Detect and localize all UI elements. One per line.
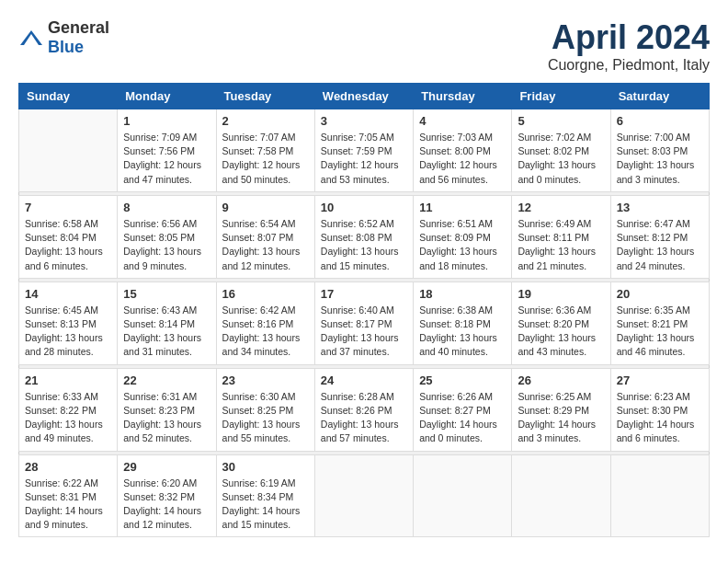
day-content: Sunrise: 6:36 AM Sunset: 8:20 PM Dayligh… bbox=[518, 304, 604, 360]
day-content: Sunrise: 6:43 AM Sunset: 8:14 PM Dayligh… bbox=[123, 304, 210, 360]
day-number: 13 bbox=[617, 201, 703, 214]
day-content: Sunrise: 6:22 AM Sunset: 8:31 PM Dayligh… bbox=[25, 477, 111, 533]
day-cell: 27Sunrise: 6:23 AM Sunset: 8:30 PM Dayli… bbox=[610, 368, 709, 451]
day-cell: 4Sunrise: 7:03 AM Sunset: 8:00 PM Daylig… bbox=[414, 109, 512, 192]
day-content: Sunrise: 7:02 AM Sunset: 8:02 PM Dayligh… bbox=[518, 131, 604, 187]
day-content: Sunrise: 6:40 AM Sunset: 8:17 PM Dayligh… bbox=[321, 304, 407, 360]
day-content: Sunrise: 7:05 AM Sunset: 7:59 PM Dayligh… bbox=[321, 131, 407, 187]
day-cell: 10Sunrise: 6:52 AM Sunset: 8:08 PM Dayli… bbox=[314, 195, 413, 278]
col-header-wednesday: Wednesday bbox=[314, 84, 413, 109]
week-row-4: 21Sunrise: 6:33 AM Sunset: 8:22 PM Dayli… bbox=[19, 368, 710, 451]
day-number: 3 bbox=[321, 114, 407, 128]
day-content: Sunrise: 6:54 AM Sunset: 8:07 PM Dayligh… bbox=[222, 217, 309, 273]
day-cell: 1Sunrise: 7:09 AM Sunset: 7:56 PM Daylig… bbox=[118, 109, 216, 192]
day-cell: 15Sunrise: 6:43 AM Sunset: 8:14 PM Dayli… bbox=[118, 282, 216, 364]
day-cell: 5Sunrise: 7:02 AM Sunset: 8:02 PM Daylig… bbox=[512, 109, 610, 192]
week-row-5: 28Sunrise: 6:22 AM Sunset: 8:31 PM Dayli… bbox=[19, 454, 710, 537]
day-content: Sunrise: 6:23 AM Sunset: 8:30 PM Dayligh… bbox=[617, 390, 703, 446]
day-content: Sunrise: 6:35 AM Sunset: 8:21 PM Dayligh… bbox=[617, 304, 703, 360]
day-content: Sunrise: 6:30 AM Sunset: 8:25 PM Dayligh… bbox=[222, 390, 309, 446]
week-row-2: 7Sunrise: 6:58 AM Sunset: 8:04 PM Daylig… bbox=[19, 195, 710, 278]
day-content: Sunrise: 7:00 AM Sunset: 8:03 PM Dayligh… bbox=[617, 131, 703, 187]
day-cell: 3Sunrise: 7:05 AM Sunset: 7:59 PM Daylig… bbox=[314, 109, 413, 192]
day-cell: 19Sunrise: 6:36 AM Sunset: 8:20 PM Dayli… bbox=[512, 282, 610, 364]
logo-blue: Blue bbox=[48, 38, 84, 56]
day-cell: 9Sunrise: 6:54 AM Sunset: 8:07 PM Daylig… bbox=[216, 195, 314, 278]
day-content: Sunrise: 6:52 AM Sunset: 8:08 PM Dayligh… bbox=[321, 217, 407, 273]
day-number: 9 bbox=[222, 201, 309, 214]
day-number: 5 bbox=[518, 114, 604, 128]
day-content: Sunrise: 6:56 AM Sunset: 8:05 PM Dayligh… bbox=[123, 217, 210, 273]
day-number: 14 bbox=[25, 287, 111, 301]
day-number: 10 bbox=[321, 201, 407, 214]
day-content: Sunrise: 6:42 AM Sunset: 8:16 PM Dayligh… bbox=[222, 304, 309, 360]
day-cell: 21Sunrise: 6:33 AM Sunset: 8:22 PM Dayli… bbox=[19, 368, 118, 451]
day-cell: 12Sunrise: 6:49 AM Sunset: 8:11 PM Dayli… bbox=[512, 195, 610, 278]
day-number: 26 bbox=[518, 373, 604, 387]
day-number: 15 bbox=[123, 287, 210, 301]
col-header-friday: Friday bbox=[512, 84, 610, 109]
week-row-1: 1Sunrise: 7:09 AM Sunset: 7:56 PM Daylig… bbox=[19, 109, 710, 192]
day-cell: 28Sunrise: 6:22 AM Sunset: 8:31 PM Dayli… bbox=[19, 454, 118, 537]
logo-text: General Blue bbox=[48, 18, 109, 57]
day-number: 22 bbox=[123, 373, 210, 387]
logo-general: General bbox=[48, 18, 109, 37]
day-content: Sunrise: 6:28 AM Sunset: 8:26 PM Dayligh… bbox=[321, 390, 407, 446]
day-cell: 11Sunrise: 6:51 AM Sunset: 8:09 PM Dayli… bbox=[414, 195, 512, 278]
day-content: Sunrise: 6:49 AM Sunset: 8:11 PM Dayligh… bbox=[518, 217, 604, 273]
day-cell bbox=[19, 109, 118, 192]
day-number: 28 bbox=[25, 460, 111, 474]
header-row: SundayMondayTuesdayWednesdayThursdayFrid… bbox=[19, 84, 710, 109]
day-cell: 18Sunrise: 6:38 AM Sunset: 8:18 PM Dayli… bbox=[414, 282, 512, 364]
calendar-table: SundayMondayTuesdayWednesdayThursdayFrid… bbox=[18, 83, 710, 537]
day-number: 23 bbox=[222, 373, 309, 387]
logo: General Blue bbox=[18, 18, 109, 57]
day-cell: 29Sunrise: 6:20 AM Sunset: 8:32 PM Dayli… bbox=[118, 454, 216, 537]
day-cell: 16Sunrise: 6:42 AM Sunset: 8:16 PM Dayli… bbox=[216, 282, 314, 364]
day-cell: 8Sunrise: 6:56 AM Sunset: 8:05 PM Daylig… bbox=[118, 195, 216, 278]
col-header-thursday: Thursday bbox=[414, 84, 512, 109]
calendar-subtitle: Cuorgne, Piedmont, Italy bbox=[548, 57, 710, 74]
day-cell: 24Sunrise: 6:28 AM Sunset: 8:26 PM Dayli… bbox=[314, 368, 413, 451]
day-number: 17 bbox=[321, 287, 407, 301]
col-header-tuesday: Tuesday bbox=[216, 84, 314, 109]
day-number: 29 bbox=[123, 460, 210, 474]
week-row-3: 14Sunrise: 6:45 AM Sunset: 8:13 PM Dayli… bbox=[19, 282, 710, 364]
day-cell: 20Sunrise: 6:35 AM Sunset: 8:21 PM Dayli… bbox=[610, 282, 709, 364]
day-number: 12 bbox=[518, 201, 604, 214]
day-content: Sunrise: 6:31 AM Sunset: 8:23 PM Dayligh… bbox=[123, 390, 210, 446]
title-area: April 2024 Cuorgne, Piedmont, Italy bbox=[548, 18, 710, 74]
day-cell: 13Sunrise: 6:47 AM Sunset: 8:12 PM Dayli… bbox=[610, 195, 709, 278]
day-content: Sunrise: 6:26 AM Sunset: 8:27 PM Dayligh… bbox=[419, 390, 506, 446]
day-number: 18 bbox=[419, 287, 506, 301]
day-cell: 23Sunrise: 6:30 AM Sunset: 8:25 PM Dayli… bbox=[216, 368, 314, 451]
day-number: 25 bbox=[419, 373, 506, 387]
day-content: Sunrise: 6:33 AM Sunset: 8:22 PM Dayligh… bbox=[25, 390, 111, 446]
day-cell bbox=[314, 454, 413, 537]
day-cell: 25Sunrise: 6:26 AM Sunset: 8:27 PM Dayli… bbox=[414, 368, 512, 451]
day-number: 21 bbox=[25, 373, 111, 387]
day-cell: 26Sunrise: 6:25 AM Sunset: 8:29 PM Dayli… bbox=[512, 368, 610, 451]
day-number: 24 bbox=[321, 373, 407, 387]
day-content: Sunrise: 7:09 AM Sunset: 7:56 PM Dayligh… bbox=[123, 131, 210, 187]
col-header-sunday: Sunday bbox=[19, 84, 118, 109]
day-number: 19 bbox=[518, 287, 604, 301]
day-number: 2 bbox=[222, 114, 309, 128]
day-cell: 6Sunrise: 7:00 AM Sunset: 8:03 PM Daylig… bbox=[610, 109, 709, 192]
day-number: 7 bbox=[25, 201, 111, 214]
day-cell bbox=[414, 454, 512, 537]
day-content: Sunrise: 6:19 AM Sunset: 8:34 PM Dayligh… bbox=[222, 477, 309, 533]
day-cell: 7Sunrise: 6:58 AM Sunset: 8:04 PM Daylig… bbox=[19, 195, 118, 278]
day-number: 4 bbox=[419, 114, 506, 128]
day-content: Sunrise: 6:51 AM Sunset: 8:09 PM Dayligh… bbox=[419, 217, 506, 273]
day-content: Sunrise: 6:25 AM Sunset: 8:29 PM Dayligh… bbox=[518, 390, 604, 446]
col-header-saturday: Saturday bbox=[610, 84, 709, 109]
day-number: 1 bbox=[123, 114, 210, 128]
day-cell: 17Sunrise: 6:40 AM Sunset: 8:17 PM Dayli… bbox=[314, 282, 413, 364]
day-content: Sunrise: 6:38 AM Sunset: 8:18 PM Dayligh… bbox=[419, 304, 506, 360]
header: General Blue April 2024 Cuorgne, Piedmon… bbox=[18, 18, 710, 74]
day-cell: 14Sunrise: 6:45 AM Sunset: 8:13 PM Dayli… bbox=[19, 282, 118, 364]
day-content: Sunrise: 6:20 AM Sunset: 8:32 PM Dayligh… bbox=[123, 477, 210, 533]
day-content: Sunrise: 7:07 AM Sunset: 7:58 PM Dayligh… bbox=[222, 131, 309, 187]
day-content: Sunrise: 6:58 AM Sunset: 8:04 PM Dayligh… bbox=[25, 217, 111, 273]
